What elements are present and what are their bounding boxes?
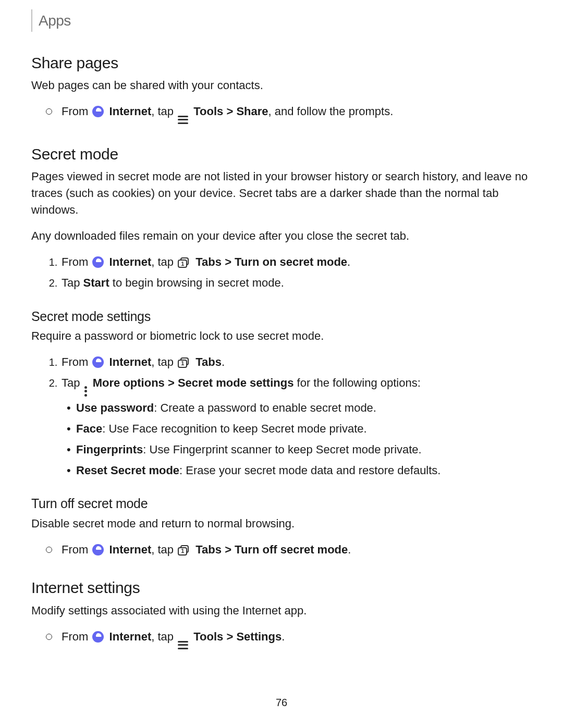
page-number: 76 [0,695,563,710]
list-settings-steps: From Internet, tap Tabs. Tap More option… [31,354,532,478]
text: , tap [151,105,177,118]
text: for the following options: [293,376,420,389]
text-turnoff-intro: Disable secret mode and return to normal… [31,515,532,532]
list-secret-steps: From Internet, tap Tabs > Turn on secret… [31,254,532,291]
text: , tap [151,355,177,368]
header-title: Apps [39,9,71,32]
label-internet: Internet [109,543,152,556]
text-settings-intro: Require a password or biometric lock to … [31,328,532,344]
label-use-password: Use password [76,401,154,414]
text: . [348,543,351,556]
text: . [347,255,350,268]
label-tabs: Tabs [195,355,222,368]
section-internet-settings: Internet settings Modify settings associ… [31,576,532,649]
label-settings: Settings [236,630,282,643]
text: . [222,355,225,368]
text: : Use Fingerprint scanner to keep Secret… [143,443,421,456]
text: . [282,630,285,643]
list-item: From Internet, tap Tabs. [60,354,532,371]
heading-turn-off: Turn off secret mode [31,494,532,513]
label-face: Face [76,422,102,435]
section-secret-mode: Secret mode Pages viewed in secret mode … [31,143,532,558]
list-item: Face: Use Face recognition to keep Secre… [76,421,532,437]
text: , and follow the prompts. [268,105,394,118]
text: > [223,630,236,643]
label-turn-on: Turn on secret mode [235,255,347,268]
list-settings-options: Use password: Create a password to enabl… [62,400,532,479]
label-reset-secret: Reset Secret mode [76,464,179,477]
text: , tap [151,543,177,556]
list-item: Tap Start to begin browsing in secret mo… [60,275,532,291]
text: : Erase your secret mode data and restor… [179,464,440,477]
text: > [223,105,236,118]
text-share-intro: Web pages can be shared with your contac… [31,77,532,94]
tabs-icon [178,257,190,268]
label-tools: Tools [193,630,223,643]
text: From [62,105,91,118]
page-header: Apps [31,0,532,52]
tabs-icon [178,545,190,556]
heading-secret-mode: Secret mode [31,143,532,166]
manual-page: Apps Share pages Web pages can be shared… [0,0,563,728]
label-fingerprints: Fingerprints [76,443,143,456]
label-tools: Tools [193,105,223,118]
text: Tap [62,376,83,389]
list-item: Fingerprints: Use Fingerprint scanner to… [76,441,532,458]
label-start: Start [83,276,109,289]
text: > [222,543,235,556]
text: > [222,255,235,268]
list-item: From Internet, tap Tools > Settings. [60,628,532,649]
list-item: Reset Secret mode: Erase your secret mod… [76,462,532,479]
list-share-steps: From Internet, tap Tools > Share, and fo… [31,103,532,124]
text-secret-p1: Pages viewed in secret mode are not list… [31,168,532,218]
text: Tap [62,276,83,289]
tabs-icon [178,357,190,368]
label-internet: Internet [109,105,152,118]
list-item: From Internet, tap Tabs > Turn off secre… [60,541,532,558]
more-options-icon [84,386,88,397]
internet-icon [92,106,104,117]
internet-icon [92,544,104,556]
list-turnoff-steps: From Internet, tap Tabs > Turn off secre… [31,541,532,558]
text: > [165,376,178,389]
list-item: Use password: Create a password to enabl… [76,400,532,416]
list-item: From Internet, tap Tabs > Turn on secret… [60,254,532,270]
label-turn-off: Turn off secret mode [235,543,348,556]
label-internet: Internet [109,355,152,368]
label-internet: Internet [109,630,152,643]
list-item: From Internet, tap Tools > Share, and fo… [60,103,532,124]
text: : Create a password to enable secret mod… [154,401,376,414]
text: , tap [151,630,177,643]
label-tabs: Tabs [195,543,222,556]
text: : Use Face recognition to keep Secret mo… [102,422,366,435]
list-isettings-steps: From Internet, tap Tools > Settings. [31,628,532,649]
text: , tap [151,255,177,268]
label-more-options: More options [93,376,165,389]
heading-share-pages: Share pages [31,52,532,75]
internet-icon [92,256,104,268]
label-share: Share [236,105,268,118]
list-item: Tap More options > Secret mode settings … [60,375,532,479]
internet-icon [92,356,104,368]
text-secret-p2: Any downloaded files remain on your devi… [31,228,532,244]
section-share-pages: Share pages Web pages can be shared with… [31,52,532,124]
label-secret-mode-settings: Secret mode settings [178,376,294,389]
text: From [62,355,91,368]
tools-icon [178,641,188,649]
internet-icon [92,631,104,643]
header-divider [31,9,32,32]
label-internet: Internet [109,255,152,268]
heading-secret-settings: Secret mode settings [31,307,532,326]
text: From [62,630,91,643]
heading-internet-settings: Internet settings [31,576,532,599]
text: From [62,255,91,268]
tools-icon [178,116,188,124]
label-tabs: Tabs [195,255,222,268]
text: From [62,543,91,556]
text-isettings-intro: Modify settings associated with using th… [31,602,532,619]
text: to begin browsing in secret mode. [109,276,284,289]
